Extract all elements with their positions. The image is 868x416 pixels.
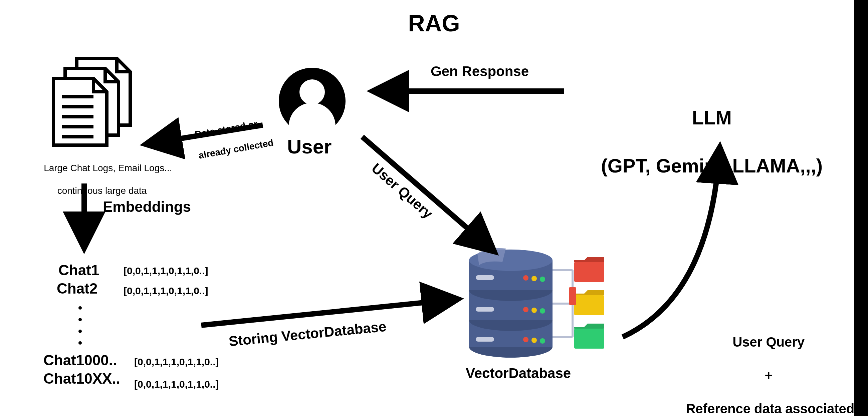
svg-line-42 bbox=[201, 299, 453, 325]
svg-point-28 bbox=[523, 307, 528, 312]
svg-rect-22 bbox=[476, 275, 494, 280]
gen-response-label: Gen Response bbox=[431, 63, 529, 79]
svg-rect-12 bbox=[574, 295, 604, 315]
documents-caption-line2: continuous large data bbox=[57, 186, 147, 196]
chat1000-vector: [0,0,1,1,1,0,1,1,0..] bbox=[134, 356, 219, 367]
documents-caption-line1: Large Chat Logs, Email Logs... bbox=[44, 163, 172, 173]
embeddings-label: Embeddings bbox=[103, 198, 191, 215]
database-icon bbox=[467, 247, 608, 360]
right-black-bar bbox=[854, 0, 868, 416]
arrow-gen-response bbox=[372, 83, 569, 99]
svg-point-33 bbox=[540, 338, 545, 344]
svg-point-31 bbox=[523, 337, 528, 342]
folder-red-icon bbox=[574, 257, 604, 282]
arrow-augmented-query bbox=[616, 143, 743, 344]
data-stored-label: Data stored or already collected bbox=[182, 106, 276, 173]
chat10xx-vector: [0,0,1,1,1,0,1,1,0..] bbox=[134, 379, 219, 390]
svg-rect-23 bbox=[476, 307, 494, 312]
chat2-vector: [0,0,1,1,1,0,1,1,0..] bbox=[124, 285, 208, 296]
svg-point-37 bbox=[79, 341, 82, 345]
llm-line1: LLM bbox=[692, 107, 732, 128]
arrow-user-query bbox=[357, 132, 497, 255]
diagram-canvas: RAG Large Chat Logs, Email Logs. bbox=[0, 0, 868, 416]
svg-point-35 bbox=[79, 318, 82, 321]
svg-point-27 bbox=[540, 277, 545, 282]
svg-point-36 bbox=[79, 329, 82, 333]
chat1-label: Chat1 bbox=[58, 262, 99, 279]
augmented-line1: User Query bbox=[733, 334, 805, 349]
svg-point-32 bbox=[531, 338, 537, 343]
svg-point-30 bbox=[540, 308, 545, 314]
svg-point-29 bbox=[531, 308, 537, 313]
folder-green-icon bbox=[574, 324, 604, 349]
documents-icon bbox=[54, 58, 137, 145]
augmented-plus: + bbox=[765, 368, 773, 383]
svg-point-6 bbox=[300, 79, 325, 105]
data-stored-line1: Data stored or bbox=[194, 119, 258, 139]
arrow-embeddings bbox=[74, 180, 94, 250]
chat1000-label: Chat1000.. bbox=[43, 352, 117, 369]
user-label: User bbox=[287, 135, 332, 158]
chat1-vector: [0,0,1,1,1,0,1,1,0..] bbox=[124, 265, 208, 277]
svg-point-34 bbox=[79, 306, 82, 310]
chat2-label: Chat2 bbox=[57, 280, 97, 297]
vectordb-label: VectorDatabase bbox=[466, 365, 571, 381]
svg-rect-14 bbox=[574, 329, 604, 349]
svg-point-25 bbox=[523, 275, 528, 281]
augmented-label: User Query + Reference data associated w… bbox=[671, 317, 851, 416]
svg-point-26 bbox=[531, 276, 537, 281]
folder-yellow-icon bbox=[574, 290, 604, 315]
svg-line-41 bbox=[362, 137, 491, 249]
data-stored-line2: already collected bbox=[198, 137, 274, 161]
svg-rect-24 bbox=[476, 337, 494, 342]
ellipsis-icon bbox=[77, 303, 84, 350]
user-icon bbox=[277, 66, 347, 136]
db-cylinder-icon bbox=[469, 248, 553, 358]
chat10xx-label: Chat10XX.. bbox=[43, 370, 120, 387]
diagram-title: RAG bbox=[0, 10, 868, 37]
svg-rect-11 bbox=[574, 262, 604, 282]
augmented-line3: Reference data associated bbox=[686, 401, 854, 416]
svg-rect-13 bbox=[569, 287, 576, 305]
